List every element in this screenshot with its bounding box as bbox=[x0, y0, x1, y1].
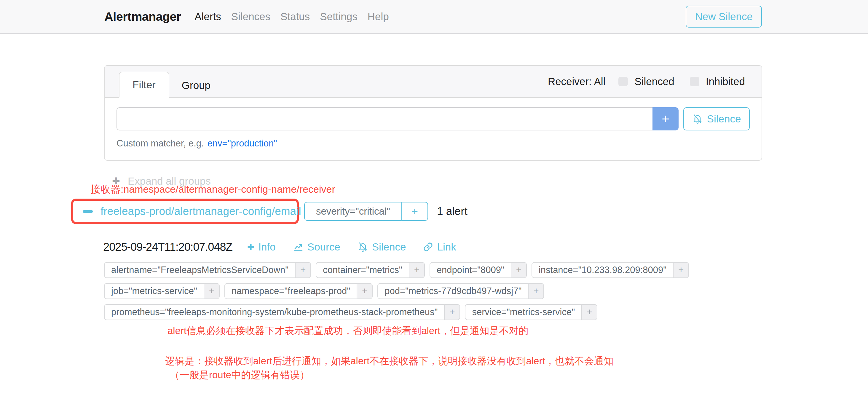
bell-slash-icon bbox=[358, 242, 368, 252]
alert-label-text: alertname="FreeleapsMetricsServiceDown" bbox=[105, 263, 295, 277]
add-label-filter-button[interactable]: + bbox=[356, 284, 372, 299]
nav-item-help[interactable]: Help bbox=[368, 11, 389, 23]
plus-icon: + bbox=[247, 241, 255, 252]
alert-label-text: endpoint="8009" bbox=[430, 263, 511, 277]
receiver-group-row: freeleaps-prod/alertmanager-config/email… bbox=[71, 198, 467, 224]
info-button-label: Info bbox=[258, 241, 275, 253]
main-nav: Alerts Silences Status Settings Help bbox=[194, 11, 389, 23]
add-matcher-button[interactable]: + bbox=[652, 107, 679, 130]
alert-label-chip: container="metrics" + bbox=[316, 262, 425, 278]
alert-label-chip: pod="metrics-77d9cdb497-wdsj7" + bbox=[377, 283, 544, 299]
nav-item-status[interactable]: Status bbox=[280, 11, 310, 23]
add-label-filter-button[interactable]: + bbox=[511, 263, 526, 277]
alert-label-chip: alertname="FreeleapsMetricsServiceDown" … bbox=[104, 262, 311, 278]
link-button-label: Link bbox=[437, 241, 456, 253]
inhibited-checkbox[interactable] bbox=[690, 77, 699, 86]
alert-label-text: service="metrics-service" bbox=[465, 305, 581, 319]
alert-label-text: namespace="freeleaps-prod" bbox=[225, 284, 356, 299]
new-silence-button[interactable]: New Silence bbox=[686, 6, 762, 28]
matcher-hint: Custom matcher, e.g. env="production" bbox=[117, 138, 750, 149]
add-label-filter-button[interactable]: + bbox=[409, 263, 424, 277]
add-label-filter-button[interactable]: + bbox=[295, 263, 310, 277]
link-icon bbox=[423, 242, 433, 252]
filter-panel: Filter Group Receiver: All Silenced Inhi… bbox=[104, 65, 762, 161]
add-label-filter-button[interactable]: + bbox=[528, 284, 544, 299]
alert-label-text: instance="10.233.98.209:8009" bbox=[532, 263, 673, 277]
alert-count: 1 alert bbox=[437, 205, 467, 218]
add-label-filter-button[interactable]: + bbox=[581, 305, 597, 319]
group-matcher-text: severity="critical" bbox=[305, 203, 401, 220]
source-button-label: Source bbox=[307, 241, 340, 253]
filter-options: Receiver: All Silenced Inhibited bbox=[548, 75, 745, 87]
alert-label-text: pod="metrics-77d9cdb497-wdsj7" bbox=[378, 284, 528, 299]
group-matcher-chip: severity="critical" + bbox=[304, 202, 428, 221]
matcher-input-group: + bbox=[117, 107, 679, 130]
receiver-filter[interactable]: Receiver: All bbox=[548, 75, 606, 87]
inhibited-label: Inhibited bbox=[706, 75, 745, 87]
alert-label-chip: namespace="freeleaps-prod" + bbox=[224, 283, 373, 299]
silenced-checkbox[interactable] bbox=[618, 77, 628, 86]
alert-label-chip: job="metrics-service" + bbox=[104, 283, 220, 299]
filter-panel-body: + Silence Custom matcher, e.g. env="prod bbox=[105, 98, 762, 158]
annotation-receiver-note: 接收器:namespace/altermanager-config-name/r… bbox=[90, 183, 335, 196]
annotation-note-3: （一般是route中的逻辑有错误） bbox=[170, 368, 309, 382]
minus-icon bbox=[83, 210, 93, 213]
nav-item-alerts[interactable]: Alerts bbox=[194, 11, 221, 23]
add-label-filter-button[interactable]: + bbox=[444, 305, 460, 319]
silence-alert-button[interactable]: Silence bbox=[358, 241, 406, 253]
nav-item-settings[interactable]: Settings bbox=[320, 11, 357, 23]
info-button[interactable]: + Info bbox=[247, 241, 276, 253]
alert-label-chip: service="metrics-service" + bbox=[465, 304, 597, 320]
navbar: Alertmanager Alerts Silences Status Sett… bbox=[0, 0, 868, 34]
alert-labels: alertname="FreeleapsMetricsServiceDown" … bbox=[104, 262, 759, 320]
alert-label-text: prometheus="freeleaps-monitoring-system/… bbox=[105, 305, 444, 319]
alert-label-text: job="metrics-service" bbox=[105, 284, 204, 299]
matcher-input[interactable] bbox=[117, 107, 652, 130]
silence-button[interactable]: Silence bbox=[683, 107, 750, 130]
receiver-group-name: freeleaps-prod/alertmanager-config/email bbox=[100, 205, 301, 218]
alert-label-text: container="metrics" bbox=[316, 263, 409, 277]
annotation-highlight-box: freeleaps-prod/alertmanager-config/email bbox=[71, 198, 299, 224]
alert-label-chip: prometheus="freeleaps-monitoring-system/… bbox=[104, 304, 460, 320]
add-label-filter-button[interactable]: + bbox=[204, 284, 219, 299]
alert-header: 2025-09-24T11:20:07.048Z + Info Source bbox=[103, 239, 473, 255]
silenced-label: Silenced bbox=[634, 75, 674, 87]
annotation-note-1: alert信息必须在接收器下才表示配置成功，否则即使能看到alert，但是通知是… bbox=[167, 324, 528, 338]
alert-label-chip: instance="10.233.98.209:8009" + bbox=[531, 262, 689, 278]
link-button[interactable]: Link bbox=[423, 241, 456, 253]
bell-slash-icon bbox=[692, 114, 703, 124]
alert-timestamp: 2025-09-24T11:20:07.048Z bbox=[103, 241, 232, 253]
tab-group[interactable]: Group bbox=[169, 73, 223, 97]
source-button[interactable]: Source bbox=[293, 241, 340, 253]
tab-filter[interactable]: Filter bbox=[119, 72, 169, 98]
chart-line-icon bbox=[293, 242, 304, 252]
matcher-example-link[interactable]: env="production" bbox=[208, 138, 277, 149]
group-matcher-add-button[interactable]: + bbox=[401, 203, 428, 220]
matcher-hint-text: Custom matcher, e.g. bbox=[117, 138, 204, 149]
add-label-filter-button[interactable]: + bbox=[673, 263, 688, 277]
filter-panel-tabs: Filter Group Receiver: All Silenced Inhi… bbox=[105, 66, 762, 98]
receiver-group-toggle[interactable]: freeleaps-prod/alertmanager-config/email bbox=[83, 205, 301, 218]
alertmanager-app: Alertmanager Alerts Silences Status Sett… bbox=[0, 0, 868, 399]
silence-button-label: Silence bbox=[707, 113, 741, 125]
annotation-note-2: 逻辑是：接收器收到alert后进行通知，如果alert不在接收器下，说明接收器没… bbox=[165, 355, 614, 368]
alert-label-chip: endpoint="8009" + bbox=[430, 262, 527, 278]
nav-item-silences[interactable]: Silences bbox=[231, 11, 270, 23]
silence-alert-button-label: Silence bbox=[372, 241, 406, 253]
app-brand[interactable]: Alertmanager bbox=[104, 10, 181, 24]
